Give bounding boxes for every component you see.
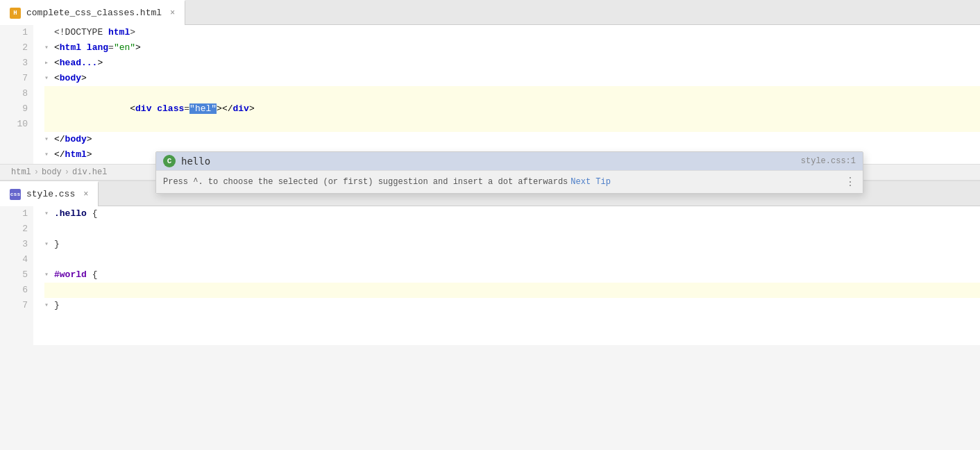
html-code-area: 1 2 3 7 8 9 10 <!DOCTYPE html> ▾ <html l… <box>0 25 980 164</box>
fold-icon-3[interactable]: ▸ <box>44 56 54 71</box>
html-open-tag: <html lang="en"> <box>54 40 141 56</box>
css-tab[interactable]: css style.css × <box>0 181 99 206</box>
breadcrumb-body: body <box>42 167 62 177</box>
fold-icon-10[interactable]: ▾ <box>44 147 54 162</box>
html-close-tag: </html> <box>54 147 92 162</box>
css-fold-2 <box>44 222 54 237</box>
css-fold-7[interactable]: ▾ <box>44 298 54 313</box>
html-line-numbers: 1 2 3 7 8 9 10 <box>0 25 33 164</box>
html-editor-pane: 1 2 3 7 8 9 10 <!DOCTYPE html> ▾ <html l… <box>0 25 980 180</box>
autocomplete-source: style.css:1 <box>801 156 856 166</box>
fold-icon-7[interactable]: ▾ <box>44 71 54 86</box>
more-options-icon[interactable]: ⋮ <box>845 175 856 189</box>
next-tip-button[interactable]: Next Tip <box>571 177 611 187</box>
css-code-content: ▾ .hello { ▾ } ▾ #world { <box>33 206 980 345</box>
css-line-4 <box>44 252 980 267</box>
autocomplete-item[interactable]: C hello style.css:1 <box>156 152 863 170</box>
fold-icon-1[interactable] <box>44 25 54 40</box>
autocomplete-label: hello <box>181 156 795 167</box>
top-tab-bar: H complete_css_classes.html × <box>0 0 980 25</box>
css-world-close: } <box>54 298 60 313</box>
fold-icon-2[interactable]: ▾ <box>44 40 54 56</box>
css-line-6 <box>44 283 980 298</box>
doctype-text: <!DOCTYPE html> <box>54 25 135 40</box>
css-line-numbers: 1 2 3 4 5 6 7 <box>0 206 33 345</box>
html-tab-icon: H <box>10 8 21 19</box>
css-line-2 <box>44 222 980 237</box>
body-close-tag: </body> <box>54 132 92 147</box>
css-line-7: ▾ } <box>44 298 980 313</box>
css-tab-label: style.css <box>26 189 75 199</box>
css-hello-open: .hello { <box>54 206 97 222</box>
code-line-7: ▾ <body> <box>44 71 980 86</box>
css-line-3: ▾ } <box>44 237 980 252</box>
fold-icon-9[interactable]: ▾ <box>44 132 54 147</box>
code-line-1: <!DOCTYPE html> <box>44 25 980 40</box>
breadcrumb-sep-2: › <box>65 167 69 177</box>
breadcrumb-div: div.hel <box>72 167 107 177</box>
html-tab-close[interactable]: × <box>170 8 175 18</box>
autocomplete-popup: C hello style.css:1 Press ^. to choose t… <box>155 151 863 194</box>
css-fold-5[interactable]: ▾ <box>44 267 54 283</box>
fold-icon-8 <box>44 101 54 117</box>
css-fold-6 <box>44 283 54 298</box>
autocomplete-hint-text: Press ^. to choose the selected (or firs… <box>163 177 568 187</box>
div-tag-line: <div class="hel"></div> <box>54 86 255 132</box>
code-line-9: ▾ </body> <box>44 132 980 147</box>
html-tab-label: complete_css_classes.html <box>26 8 162 18</box>
breadcrumb-html: html <box>11 167 31 177</box>
css-line-1: ▾ .hello { <box>44 206 980 222</box>
bottom-section: css style.css × 1 2 3 4 5 6 7 ▾ .hello { <box>0 180 980 345</box>
css-world-open: #world { <box>54 267 97 283</box>
css-fold-4 <box>44 252 54 267</box>
body-tag: <body> <box>54 71 87 86</box>
css-fold-1[interactable]: ▾ <box>44 206 54 222</box>
css-tab-icon: css <box>10 189 21 200</box>
autocomplete-type-icon: C <box>163 155 176 167</box>
code-line-2: ▾ <html lang="en"> <box>44 40 980 56</box>
css-tab-close[interactable]: × <box>83 190 88 199</box>
html-tab[interactable]: H complete_css_classes.html × <box>0 0 185 25</box>
css-code-area: 1 2 3 4 5 6 7 ▾ .hello { ▾ } <box>0 206 980 345</box>
breadcrumb-sep-1: › <box>34 167 39 177</box>
autocomplete-hint-bar: Press ^. to choose the selected (or firs… <box>156 170 863 193</box>
code-line-8: <div class="hel"></div> <box>44 86 980 132</box>
code-line-3: ▸ <head...> <box>44 56 980 71</box>
css-fold-3[interactable]: ▾ <box>44 237 54 252</box>
css-hello-close: } <box>54 237 60 252</box>
css-line-5: ▾ #world { <box>44 267 980 283</box>
head-tag: <head...> <box>54 56 103 71</box>
html-code-content: <!DOCTYPE html> ▾ <html lang="en"> ▸ <he… <box>33 25 980 164</box>
